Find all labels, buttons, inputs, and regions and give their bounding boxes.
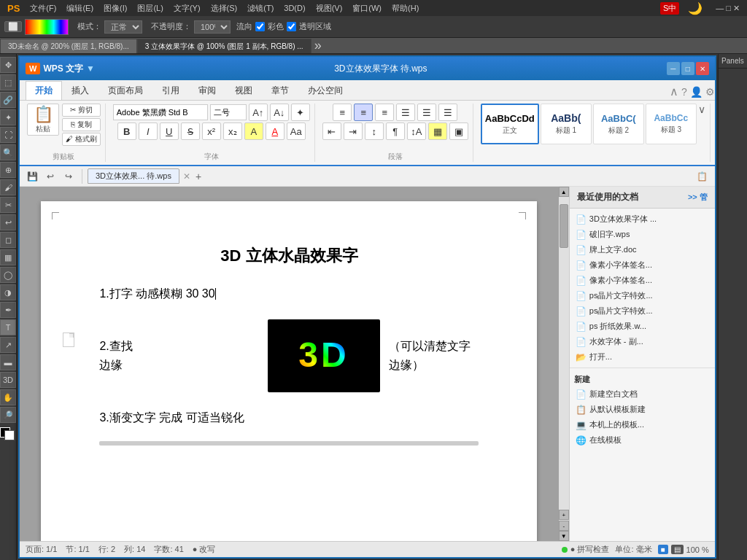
wps-document-area[interactable]: 3D 立体水晶效果字 1.打字 动感模糊 30 30 2.查找边缘 [20,187,559,541]
text-tool[interactable]: T [0,319,16,335]
doc-add-tab-button[interactable]: + [196,171,201,182]
list-number-button[interactable]: ≡ [354,104,373,121]
move-tool[interactable]: ✥ [0,57,16,73]
subscript-button[interactable]: x₂ [223,122,242,140]
align-left-button[interactable]: ☰ [396,104,415,121]
doc-filename-tab[interactable]: 3D立体效果... 待.wps [88,168,179,184]
scroll-thumb[interactable] [560,204,568,248]
lasso-tool[interactable]: 🔗 [0,92,16,108]
align-center-button[interactable]: ☰ [417,104,436,121]
font-special-button[interactable]: Aa [287,122,306,140]
menu-edit[interactable]: 编辑(E) [62,3,98,14]
recent-doc-7[interactable]: 📄 ps 折纸效果.w... [574,319,711,334]
tab-office[interactable]: 办公空间 [298,81,352,100]
scroll-down-button[interactable]: ▼ [559,531,569,541]
menu-layer[interactable]: 图层(L) [133,3,167,14]
tab-pagelayout[interactable]: 页面布局 [98,81,152,100]
menu-window[interactable]: 窗口(W) [348,3,386,14]
recent-doc-2[interactable]: 📄 牌上文字.doc [574,242,711,257]
tab-review[interactable]: 审阅 [189,81,225,100]
new-blank-doc-button[interactable]: 📄 新建空白文档 [574,386,711,402]
show-marks-button[interactable]: ¶ [386,122,405,140]
menu-file[interactable]: 文件(F) [26,3,61,14]
underline-button[interactable]: U [160,122,179,140]
menu-view[interactable]: 视图(V) [311,3,347,14]
crop-tool[interactable]: ⛶ [0,127,16,143]
line-spacing-button[interactable]: ↕A [407,122,426,140]
eraser-tool[interactable]: ◻ [0,232,16,248]
recent-doc-3[interactable]: 📄 像素小字体签名... [574,257,711,273]
mode-select[interactable]: 正常 [104,20,142,34]
new-online-template-button[interactable]: 🌐 在线模板 [574,432,711,448]
ribbon-expand-icon[interactable]: ∧ [670,85,678,98]
transparency-checkbox[interactable] [287,22,296,31]
scroll-zoom-out[interactable]: - [559,521,569,531]
recent-doc-4[interactable]: 📄 像素小字体签名... [574,273,711,288]
scroll-track[interactable] [559,197,569,510]
tab-chapter[interactable]: 章节 [262,81,298,100]
font-grow-button[interactable]: A↑ [249,104,268,121]
history-brush-tool[interactable]: ↩ [0,214,16,230]
ribbon-help-icon[interactable]: ? [681,86,687,98]
indent-left-button[interactable]: ⇤ [322,122,341,140]
bold-button[interactable]: B [117,122,136,140]
menu-filter[interactable]: 滤镜(T) [243,3,278,14]
recent-doc-1[interactable]: 📄 破旧字.wps [574,227,711,242]
ps-tab-scroll[interactable]: » [314,38,322,53]
eyedropper-tool[interactable]: 🔍 [0,144,16,160]
font-name-input[interactable] [113,104,208,120]
opacity-select[interactable]: 100% [194,20,231,34]
format-brush-button[interactable]: 🖌 格式刷 [62,133,101,146]
indent-right-button[interactable]: ⇥ [344,122,363,140]
brush-tool[interactable]: 🖌 [0,179,16,195]
style-normal[interactable]: AaBbCcDd 正文 [481,104,539,144]
magic-wand-tool[interactable]: ✦ [0,109,16,125]
list-bullet-button[interactable]: ≡ [333,104,352,121]
style-heading3[interactable]: AaBbCc 标题 3 [646,104,697,144]
doc-undo-button[interactable]: ↩ [42,168,58,184]
doc-tab-close[interactable]: ✕ [183,171,190,182]
fg-bg-color[interactable] [0,427,16,443]
ribbon-settings-icon[interactable]: ⚙ [705,86,715,98]
tab-insert[interactable]: 插入 [62,81,98,100]
pen-tool[interactable]: ✒ [0,302,16,318]
zoom-tool[interactable]: 🔎 [0,407,16,423]
styles-expand-button[interactable]: ∨ [698,104,705,115]
strikethrough-button[interactable]: S̶ [181,122,200,140]
tab-references[interactable]: 引用 [152,81,189,100]
align-right-button[interactable]: ☰ [438,104,457,121]
font-color-button[interactable]: A [266,122,285,140]
right-panel-toggle[interactable]: 📋 [694,168,711,184]
hand-tool[interactable]: ✋ [0,389,16,405]
style-heading2[interactable]: AaBbC( 标题 2 [593,104,644,144]
menu-select[interactable]: 选择(S) [206,3,242,14]
scroll-zoom-in[interactable]: + [559,510,569,520]
zoom-view-button[interactable]: ■ [658,545,668,554]
menu-image[interactable]: 图像(I) [99,3,131,14]
ps-tab-1[interactable]: 3D未命名 @ 200% (图层 1, RGB/8)... [0,39,137,53]
recent-doc-open[interactable]: 📂 打开... [574,349,711,365]
font-clear-button[interactable]: ✦ [291,104,310,121]
scroll-up-button[interactable]: ▲ [559,187,569,197]
menu-text[interactable]: 文字(Y) [169,3,205,14]
font-size-input[interactable] [210,104,247,120]
menu-help[interactable]: 帮助(H) [387,3,423,14]
new-local-template-button[interactable]: 💻 本机上的模板... [574,417,711,432]
select-tool[interactable]: ⬚ [0,74,16,90]
ps-tab-2[interactable]: 3 立体效果字体 @ 100% (图层 1 副本, RGB/8) ... [137,39,311,53]
style-heading1[interactable]: AaBb( 标题 1 [541,104,592,144]
panel-link[interactable]: >> 管 [688,192,708,203]
spot-heal-tool[interactable]: ⊕ [0,162,16,178]
zoom-view2-button[interactable]: ▤ [671,545,684,554]
wps-vertical-scrollbar[interactable]: ▲ + - ▼ [559,187,569,541]
italic-button[interactable]: I [139,122,158,140]
tab-view[interactable]: 视图 [225,81,262,100]
airbrush-checkbox[interactable] [255,22,265,31]
ribbon-account-icon[interactable]: 👤 [690,86,703,98]
recent-doc-8[interactable]: 📄 水效字体 - 副... [574,334,711,349]
blur-tool[interactable]: ◯ [0,267,16,283]
ps-win-controls[interactable]: — □ ✕ [711,4,744,13]
doc-redo-button[interactable]: ↪ [61,168,77,184]
color-spectrum[interactable] [25,19,69,35]
list-outline-button[interactable]: ≡ [375,104,394,121]
